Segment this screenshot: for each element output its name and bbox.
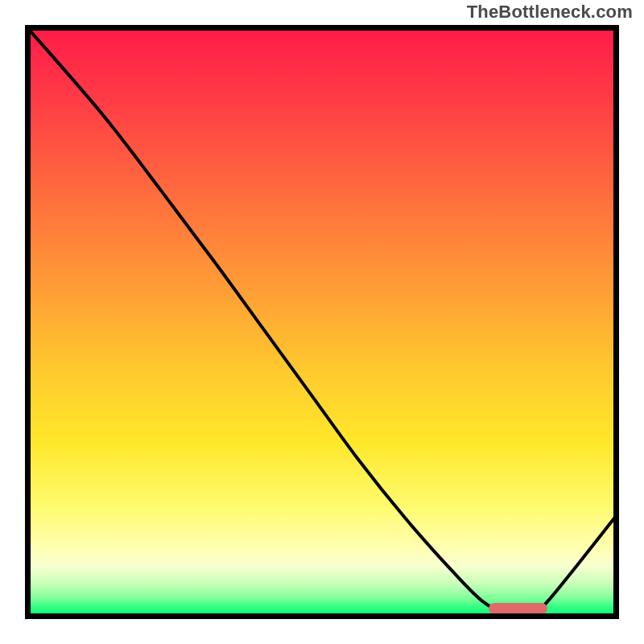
chart-plot-area <box>25 25 619 619</box>
chart-background-gradient <box>25 25 619 619</box>
optimal-range-marker <box>489 603 548 614</box>
watermark-text: TheBottleneck.com <box>467 2 633 23</box>
